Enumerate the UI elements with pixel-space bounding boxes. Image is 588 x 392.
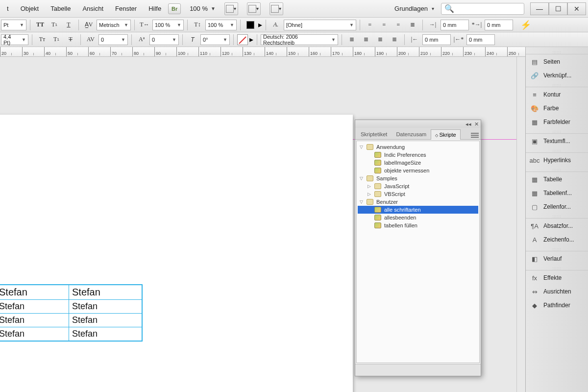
triangle-down-icon[interactable]: ▽: [359, 199, 364, 204]
stroke-proxy[interactable]: [237, 34, 248, 45]
view-options-button[interactable]: ▾: [270, 2, 283, 15]
chevron-right-icon[interactable]: ▸: [258, 20, 262, 29]
search-input[interactable]: 🔍: [441, 3, 524, 15]
screen-mode-button[interactable]: ▾: [224, 2, 238, 15]
justify-left-button[interactable]: ≣: [345, 34, 358, 46]
last-line-indent-field[interactable]: 0 mm: [466, 34, 495, 45]
close-icon[interactable]: ✕: [474, 121, 479, 127]
align-right-button[interactable]: ≡: [392, 19, 405, 31]
scale-h-combo[interactable]: 100 %▼: [152, 20, 184, 30]
panel-textumfl[interactable]: ▣Textumfl...: [526, 134, 588, 148]
triangle-right-icon[interactable]: ▷: [367, 192, 371, 196]
panel-verknpf[interactable]: 🔗Verknüpf...: [526, 69, 588, 82]
first-line-indent-field[interactable]: 0 mm: [485, 20, 513, 30]
triangle-down-icon[interactable]: ▽: [359, 145, 364, 149]
align-center-button[interactable]: ≡: [378, 19, 391, 31]
panel-hyperlinks[interactable]: abcHyperlinks: [526, 153, 588, 167]
panel-farbfelder[interactable]: ▦Farbfelder: [526, 115, 588, 129]
panel-zeichenfo[interactable]: AZeichenfo...: [526, 233, 588, 246]
bridge-button[interactable]: Br: [168, 3, 181, 14]
panel-absatzfor[interactable]: ¶AAbsatzfor...: [526, 219, 588, 233]
menu-item-table[interactable]: Tabelle: [46, 3, 75, 14]
panel-menu-button[interactable]: [471, 133, 479, 138]
language-combo[interactable]: Deutsch: 2006 Rechtschreib▼: [261, 34, 338, 45]
tree-script[interactable]: alle schriftarten: [358, 206, 478, 214]
panel-tabellenf[interactable]: ▦Tabellenf...: [526, 186, 588, 200]
scripts-panel[interactable]: ◂◂ ✕ Skriptetiket Datenzusam ◇ Skripte ▽…: [355, 120, 481, 376]
table-cell[interactable]: Stefan: [69, 285, 142, 300]
chevron-right-icon[interactable]: ▸: [249, 35, 253, 44]
allcaps-button[interactable]: TT: [34, 19, 47, 31]
menu-item-object[interactable]: Objekt: [16, 3, 44, 14]
tab-scripts[interactable]: ◇ Skripte: [431, 129, 460, 140]
indent-left-field[interactable]: 0 mm: [441, 20, 469, 30]
tree-folder[interactable]: ▽Anwendung: [358, 143, 478, 151]
smallcaps-button[interactable]: Tт: [36, 34, 49, 46]
tree-folder[interactable]: ▽Benutzer: [358, 198, 478, 206]
leading-combo[interactable]: 4,4 Pt)▼: [1, 34, 28, 45]
font-size-combo[interactable]: Pt▼: [1, 20, 26, 30]
char-style-combo[interactable]: [Ohne]▼: [284, 20, 356, 30]
maximize-button[interactable]: ☐: [549, 2, 567, 15]
tree-script[interactable]: allesbeenden: [358, 214, 478, 221]
workspace-switcher[interactable]: Grundlagen▾: [390, 5, 439, 12]
close-button[interactable]: ✕: [567, 2, 586, 15]
skew-combo[interactable]: 0°▼: [200, 34, 230, 45]
table-cell[interactable]: Stefan: [0, 327, 69, 341]
table-cell[interactable]: Stefan: [69, 314, 142, 327]
tree-folder[interactable]: ▽Samples: [358, 174, 478, 182]
arrange-documents-button[interactable]: ▾: [247, 2, 261, 15]
tree-script[interactable]: tabellen füllen: [358, 221, 478, 229]
fill-proxy[interactable]: [244, 19, 257, 31]
table-cell[interactable]: Stefan: [0, 314, 69, 327]
justify-right-button[interactable]: ≣: [374, 34, 387, 46]
table-cell[interactable]: Stefan: [69, 300, 142, 314]
indent-right-field[interactable]: 0 mm: [422, 34, 451, 45]
justify-all-button[interactable]: ≣: [388, 34, 401, 46]
tree-script[interactable]: labelImageSize: [358, 159, 478, 167]
baseline-shift-combo[interactable]: 0▼: [149, 34, 179, 45]
scale-v-combo[interactable]: 100 %▼: [205, 20, 237, 30]
tree-folder[interactable]: ▷JavaScript: [358, 182, 478, 190]
panel-seiten[interactable]: ▤Seiten: [526, 55, 588, 69]
panel-tabelle[interactable]: ▦Tabelle: [526, 172, 588, 186]
scripts-tree[interactable]: ▽AnwendungIndic PreferenceslabelImageSiz…: [356, 141, 480, 363]
panel-farbe[interactable]: 🎨Farbe: [526, 101, 588, 115]
tree-folder[interactable]: ▷VBScript: [358, 190, 478, 198]
content-table[interactable]: StefanStefanStefanStefanStefanStefanStef…: [0, 284, 143, 342]
justify-full-button[interactable]: ≣: [406, 19, 419, 31]
panel-ausrichten[interactable]: ⇔Ausrichten: [526, 285, 588, 298]
menu-item-help[interactable]: Hilfe: [144, 3, 166, 14]
menu-item[interactable]: t: [2, 3, 14, 14]
horizontal-ruler[interactable]: 2030405060708090100110120130140150160170…: [0, 47, 525, 57]
quick-apply-icon[interactable]: ⚡: [520, 20, 531, 30]
panel-effekte[interactable]: fxEffekte: [526, 271, 588, 285]
panel-zellenfor[interactable]: ▢Zellenfor...: [526, 200, 588, 214]
strikethrough-button[interactable]: T: [64, 34, 77, 46]
table-cell[interactable]: Stefan: [0, 285, 69, 300]
panel-verlauf[interactable]: ◧Verlauf: [526, 252, 588, 266]
panel-titlebar[interactable]: ◂◂ ✕: [355, 120, 481, 128]
tree-script[interactable]: objekte vermessen: [358, 167, 478, 174]
table-cell[interactable]: Stefan: [0, 300, 69, 314]
tree-script[interactable]: Indic Preferences: [358, 151, 478, 159]
triangle-right-icon[interactable]: ▷: [367, 184, 371, 189]
triangle-down-icon[interactable]: ▽: [359, 176, 364, 181]
menu-item-view[interactable]: Ansicht: [77, 3, 108, 14]
justify-center-button[interactable]: ≣: [360, 34, 372, 46]
underline-button[interactable]: T: [62, 19, 75, 31]
zoom-combo[interactable]: 100 %▼: [190, 5, 216, 12]
optical-kerning-combo[interactable]: Metrisch▼: [97, 20, 131, 30]
minimize-button[interactable]: —: [530, 2, 549, 15]
vertical-scrollbar[interactable]: [516, 57, 525, 392]
collapse-icon[interactable]: ◂◂: [466, 121, 471, 127]
tracking-combo[interactable]: 0▼: [98, 34, 128, 45]
tab-scriptlabel[interactable]: Skriptetiket: [356, 129, 392, 139]
table-cell[interactable]: Stefan: [69, 327, 142, 341]
menu-item-window[interactable]: Fenster: [110, 3, 142, 14]
superscript-button[interactable]: T1: [48, 19, 61, 31]
page[interactable]: StefanStefanStefanStefanStefanStefanStef…: [0, 115, 353, 392]
subscript-button[interactable]: T1: [50, 34, 63, 46]
panel-kontur[interactable]: ≡Kontur: [526, 88, 588, 101]
tab-datamerge[interactable]: Datenzusam: [392, 129, 431, 139]
